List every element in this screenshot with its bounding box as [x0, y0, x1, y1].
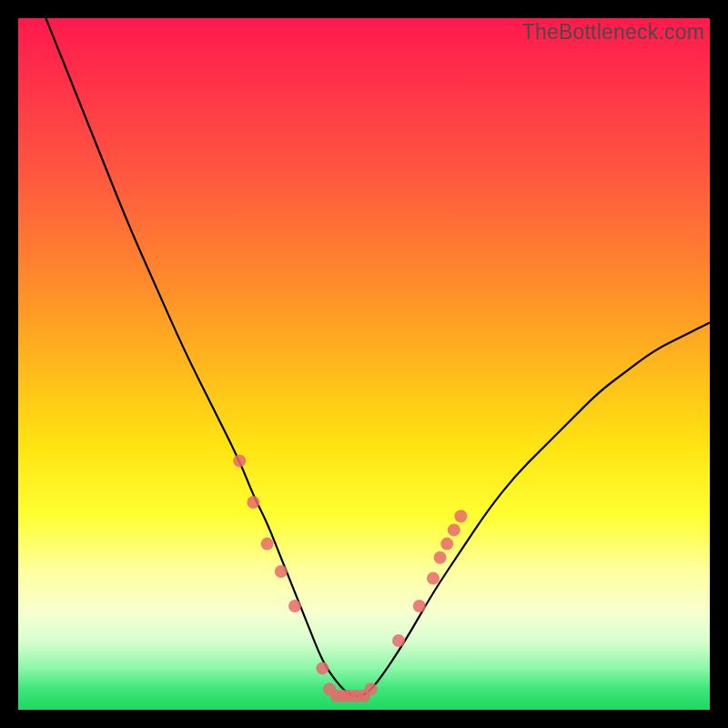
- data-point: [247, 496, 259, 509]
- data-point: [365, 682, 378, 695]
- data-point: [413, 600, 426, 612]
- plot-area: TheBottleneck.com: [18, 18, 710, 710]
- data-point: [288, 600, 301, 612]
- curve-layer: [18, 18, 710, 710]
- outer-frame: TheBottleneck.com: [0, 0, 728, 728]
- data-point: [275, 565, 288, 578]
- data-point: [440, 538, 453, 551]
- data-point: [434, 551, 447, 564]
- data-point: [261, 538, 274, 551]
- data-point: [316, 662, 329, 674]
- data-point: [233, 454, 246, 467]
- data-point: [392, 634, 405, 647]
- data-point: [427, 572, 440, 585]
- bottleneck-curve: [46, 18, 710, 696]
- watermark-text: TheBottleneck.com: [522, 20, 704, 45]
- data-point: [454, 510, 467, 522]
- data-point: [448, 523, 460, 536]
- data-points: [233, 454, 467, 702]
